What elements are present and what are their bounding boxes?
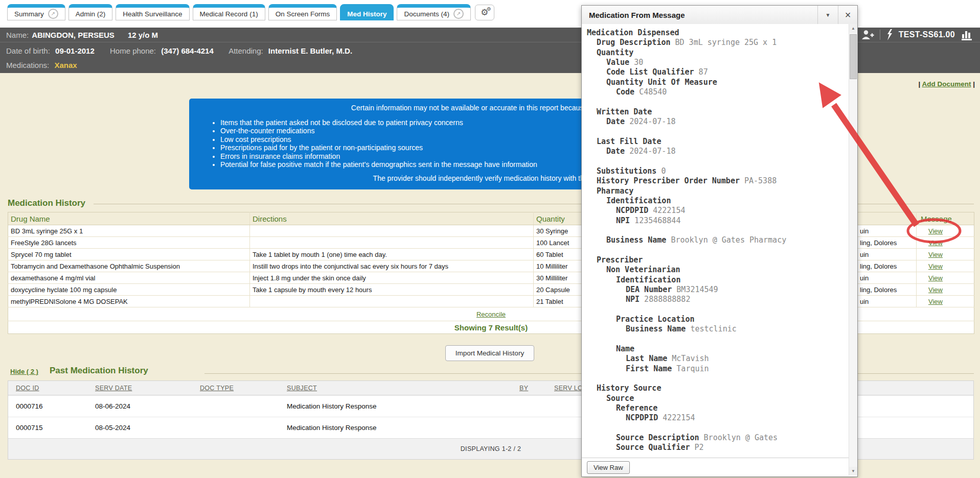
hide-link[interactable]: Hide ( 2 ): [10, 368, 38, 375]
past-column-header-subject[interactable]: SUBJECT: [287, 385, 317, 392]
column-header-directions: Directions: [250, 212, 534, 225]
view-message-link[interactable]: View: [928, 251, 943, 258]
field-label: Value: [606, 58, 629, 67]
banner-icon-cluster: TEST-SS61.00: [861, 28, 975, 42]
message-line: Date 2024-07-18: [587, 117, 849, 127]
patient-attending: Internist E. Butler, M.D.: [268, 46, 352, 55]
field-value: Brooklyn @ Gates Pharmacy: [666, 235, 786, 245]
add-person-icon[interactable]: [861, 29, 874, 40]
scroll-up-icon[interactable]: ▲: [849, 24, 857, 33]
tab-medical-record-1[interactable]: Medical Record (1): [193, 4, 265, 20]
field-label: First Name: [626, 364, 672, 373]
message-line: First Name Tarquin: [587, 364, 849, 374]
message-line: Last Fill Date: [587, 137, 849, 147]
reconcile-link[interactable]: Reconcile: [476, 310, 506, 318]
field-value: BD 3mL syringe 25G x 1: [671, 38, 777, 47]
message-line: Code C48540: [587, 87, 849, 97]
dob-label: Date of birth:: [6, 46, 50, 55]
tab-label: Summary: [14, 10, 44, 18]
field-label: Identification: [616, 275, 680, 284]
message-line: Written Date: [587, 107, 849, 117]
banner-separator: [880, 30, 880, 40]
view-message-link[interactable]: View: [928, 274, 943, 282]
directions-cell: Inject 1.8 mg under the skin once daily: [250, 272, 534, 284]
message-cell: View: [917, 296, 974, 307]
view-message-link[interactable]: View: [928, 262, 943, 270]
tab-label: Med History: [347, 10, 386, 18]
serv-date-cell: 08-06-2024: [95, 402, 130, 410]
past-column-header-by[interactable]: BY: [519, 385, 528, 392]
message-line: Name: [587, 344, 849, 354]
field-label: Medication Dispensed: [587, 28, 679, 37]
lightning-icon[interactable]: [886, 29, 893, 40]
field-value: 4222154: [648, 206, 685, 215]
dialog-close-button[interactable]: ×: [838, 6, 857, 24]
field-label: Source Description: [616, 433, 699, 442]
past-column-header-serv-date[interactable]: SERV DATE: [95, 385, 132, 392]
tab-med-history[interactable]: Med History: [340, 4, 394, 20]
dialog-scrollbar[interactable]: ▲ ▼: [849, 24, 857, 475]
scroll-down-icon[interactable]: ▼: [849, 467, 857, 475]
scrollbar-thumb[interactable]: [850, 34, 857, 79]
message-line: Last Name McTavish: [587, 354, 849, 364]
hide-toggle: Hide ( 2 ): [10, 368, 38, 375]
tab-documents-4[interactable]: Documents (4)↗: [397, 4, 471, 20]
tab-admin-2[interactable]: Admin (2): [69, 4, 113, 20]
view-raw-button[interactable]: View Raw: [587, 461, 630, 474]
past-column-header-serv-lo[interactable]: SERV LO: [554, 385, 583, 392]
view-message-link[interactable]: View: [928, 239, 943, 247]
message-line: Identification: [587, 196, 849, 206]
view-message-link[interactable]: View: [928, 286, 943, 294]
directions-cell: Take 1 capsule by mouth every 12 hours: [250, 284, 534, 296]
message-line: History Prescriber Order Number PA-5388: [587, 176, 849, 186]
tab-health-surveillance[interactable]: Health Surveillance: [116, 4, 189, 20]
external-link-icon: ↗: [453, 9, 464, 19]
tab-label: Documents (4): [404, 10, 449, 18]
field-label: Non Veterinarian: [606, 265, 680, 274]
column-header-message: Message: [917, 212, 974, 225]
message-cell: View: [917, 237, 974, 249]
field-label: Reference: [616, 403, 657, 413]
subject-cell: Medication History Response: [287, 424, 377, 432]
directions-cell: Take 1 tablet by mouth 1 (one) time each…: [250, 249, 534, 260]
tab-on-screen-forms[interactable]: On Screen Forms: [268, 4, 337, 20]
message-line: [587, 226, 849, 235]
field-label: Practice Location: [616, 315, 695, 324]
field-value: 30: [629, 58, 643, 67]
past-column-header-doc-type[interactable]: DOC TYPE: [200, 385, 234, 392]
chart-icon[interactable]: [961, 29, 975, 41]
external-link-icon: ↗: [48, 9, 58, 19]
field-value: 0: [656, 166, 666, 176]
field-label: Drug Description: [597, 38, 671, 47]
patient-dob: 09-01-2012: [55, 46, 95, 55]
patient-medications-line: Medications: Xanax: [6, 61, 77, 69]
field-label: NPI: [616, 216, 630, 225]
medication-history-title: Medication History: [8, 198, 85, 208]
name-label: Name:: [6, 31, 29, 39]
tab-label: Health Surveillance: [123, 10, 182, 18]
medications-value[interactable]: Xanax: [54, 61, 77, 69]
directions-cell: [250, 237, 534, 249]
field-label: NPI: [626, 295, 640, 304]
tab-summary[interactable]: Summary↗: [7, 4, 65, 20]
past-column-header-doc-id[interactable]: DOC ID: [16, 385, 39, 392]
chevron-down-icon: ▼: [826, 12, 831, 18]
drug-name-cell: Tobramycin and Dexamethasone Ophthalmic …: [8, 260, 250, 272]
drug-name-cell: BD 3mL syringe 25G x 1: [8, 225, 250, 237]
field-value: C48540: [634, 87, 667, 97]
field-label: Date: [606, 147, 625, 156]
message-line: Practice Location: [587, 315, 849, 324]
settings-button[interactable]: ⚙⚙: [475, 5, 494, 20]
message-line: History Source: [587, 384, 849, 393]
patient-detail-line: Date of birth: 09-01-2012 Home phone: (3…: [6, 46, 366, 55]
tab-label: On Screen Forms: [276, 10, 330, 18]
message-line: Code List Qualifier 87: [587, 67, 849, 77]
add-document-link[interactable]: Add Document: [922, 80, 971, 88]
import-medical-history-button[interactable]: Import Medical History: [445, 345, 534, 361]
view-message-link[interactable]: View: [928, 298, 943, 305]
dialog-menu-button[interactable]: ▼: [817, 6, 838, 24]
message-line: Business Name Brooklyn @ Gates Pharmacy: [587, 235, 849, 245]
close-icon: ×: [845, 9, 851, 21]
dialog-titlebar[interactable]: Medication From Message ▼ ×: [582, 6, 857, 25]
view-message-link[interactable]: View: [928, 227, 943, 235]
